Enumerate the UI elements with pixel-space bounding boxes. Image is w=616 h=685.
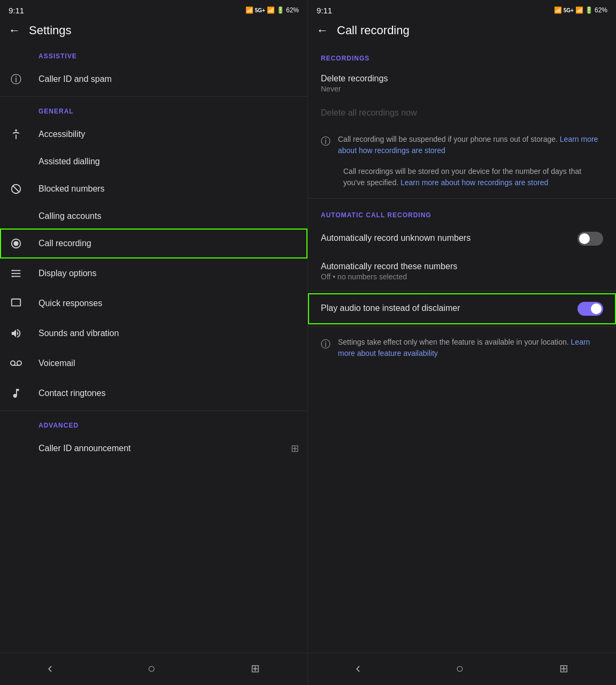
setting-auto-record-unknown[interactable]: Automatically record unknown numbers [308, 223, 616, 254]
voicemail-label: Voicemail [38, 359, 75, 368]
time-left: 9:11 [9, 6, 24, 15]
sounds-icon [9, 326, 24, 341]
sidebar-item-contact-ringtones[interactable]: Contact ringtones [0, 378, 307, 408]
sidebar-item-display-options[interactable]: Display options [0, 258, 307, 288]
display-options-icon [9, 266, 24, 281]
caller-id-icon: ⓘ [9, 72, 24, 87]
info-icon-storage: ⓘ [321, 135, 330, 148]
display-options-label: Display options [38, 269, 97, 278]
auto-record-numbers-title: Automatically record these numbers [321, 262, 603, 271]
blocked-numbers-label: Blocked numbers [38, 184, 105, 194]
caller-id-announcement-label: Caller ID announcement [38, 444, 131, 453]
back-button-left[interactable]: ← [9, 24, 20, 37]
info-storage-text-2: Call recordings will be stored on your d… [343, 166, 603, 188]
battery-pct-left: 62% [286, 6, 299, 14]
accessibility-label: Accessibility [38, 130, 85, 139]
sidebar-item-voicemail[interactable]: Voicemail [0, 348, 307, 378]
sidebar-item-calling-accounts[interactable]: Calling accounts [0, 204, 307, 229]
setting-auto-record-numbers[interactable]: Automatically record these numbers Off •… [308, 254, 616, 288]
divider-right-2 [308, 291, 616, 291]
nav-back-left[interactable]: ‹ [48, 660, 52, 676]
nav-home-left[interactable]: ○ [148, 661, 156, 676]
status-bar-left: 9:11 📶 5G+ 📶 🔋 62% [0, 0, 307, 19]
recent-apps-icon-left: ⊞ [291, 443, 299, 454]
info-storage-block: ⓘ Call recording will be suspended if yo… [308, 126, 616, 164]
calling-accounts-label: Calling accounts [38, 211, 101, 221]
info-storage-text-1: Call recording will be suspended if your… [338, 135, 558, 143]
toggle-thumb-audio [591, 303, 602, 314]
sidebar-item-sounds-vibration[interactable]: Sounds and vibration [0, 318, 307, 348]
sidebar-item-call-recording[interactable]: Call recording [0, 229, 307, 258]
play-audio-tone-title: Play audio tone instead of disclaimer [321, 303, 460, 313]
contact-ringtones-icon [9, 386, 24, 401]
sidebar-item-accessibility[interactable]: Accessibility [0, 119, 307, 149]
left-panel: 9:11 📶 5G+ 📶 🔋 62% ← Settings ASSISTIVE … [0, 0, 308, 685]
delete-all-now-title: Delete all recordings now [321, 108, 603, 118]
play-audio-tone-toggle[interactable] [578, 302, 603, 316]
sidebar-item-blocked-numbers[interactable]: Blocked numbers [0, 174, 307, 204]
battery-icon-r: 🔋 [585, 6, 593, 14]
nav-back-right[interactable]: ‹ [356, 660, 360, 676]
delete-recordings-title: Delete recordings [321, 74, 603, 83]
right-panel: 9:11 📶 5G+ 📶 🔋 62% ← Call recording RECO… [308, 0, 616, 685]
page-title-left: Settings [29, 24, 72, 37]
toggle-thumb-unknown [579, 233, 590, 244]
divider-right-3 [308, 326, 616, 327]
right-header: ← Call recording [308, 19, 616, 44]
sidebar-item-assisted-dialling[interactable]: Assisted dialling [0, 149, 307, 174]
contact-ringtones-label: Contact ringtones [38, 389, 105, 398]
setting-delete-recordings[interactable]: Delete recordings Never [308, 66, 616, 101]
setting-delete-all-now[interactable]: Delete all recordings now [308, 101, 616, 126]
setting-play-audio-tone[interactable]: Play audio tone instead of disclaimer [308, 293, 616, 324]
battery-pct-right: 62% [595, 6, 607, 14]
auto-record-unknown-title: Automatically record unknown numbers [321, 233, 471, 243]
svg-rect-11 [12, 299, 21, 306]
sounds-vibration-label: Sounds and vibration [38, 329, 119, 338]
battery-icon: 🔋 [276, 6, 284, 14]
info-location-text-content: Settings take effect only when the featu… [338, 338, 569, 346]
signal-wifi-icon-r: 📶 [554, 6, 562, 14]
sidebar-item-caller-id[interactable]: ⓘ Caller ID and spam [0, 64, 307, 94]
nav-home-right[interactable]: ○ [456, 661, 464, 676]
time-right: 9:11 [317, 6, 332, 15]
sidebar-item-caller-id-announcement[interactable]: Caller ID announcement ⊞ [0, 433, 307, 463]
section-label-general: GENERAL [0, 99, 307, 119]
svg-point-0 [15, 130, 17, 132]
status-icons-left: 📶 5G+ 📶 🔋 62% [245, 6, 299, 14]
info-icon-location: ⓘ [321, 338, 330, 351]
call-recording-icon [9, 236, 24, 251]
sidebar-item-quick-responses[interactable]: Quick responses [0, 288, 307, 318]
info-location-block: ⓘ Settings take effect only when the fea… [308, 329, 616, 367]
info-storage-text: Call recording will be suspended if your… [338, 134, 603, 156]
status-icons-right: 📶 5G+ 📶 🔋 62% [554, 6, 607, 14]
nav-bar-right: ‹ ○ ⊞ [308, 653, 616, 685]
divider-2 [0, 410, 307, 411]
svg-point-3 [13, 241, 18, 246]
caller-id-label: Caller ID and spam [38, 74, 112, 84]
svg-rect-8 [12, 270, 13, 271]
nav-recent-left[interactable]: ⊞ [251, 662, 260, 675]
section-label-advanced: ADVANCED [0, 413, 307, 433]
right-settings-content: RECORDINGS Delete recordings Never Delet… [308, 44, 616, 653]
accessibility-icon [9, 127, 24, 142]
nav-bar-left: ‹ ○ ⊞ [0, 653, 307, 685]
divider-1 [0, 96, 307, 97]
assisted-dialling-label: Assisted dialling [38, 157, 100, 166]
section-label-recordings: RECORDINGS [308, 44, 616, 66]
left-header: ← Settings [0, 19, 307, 44]
signal-wifi-icon: 📶 [245, 6, 253, 14]
svg-rect-10 [12, 276, 13, 277]
section-label-assistive: ASSISTIVE [0, 44, 307, 64]
learn-more-storage-link-2[interactable]: Learn more about how recordings are stor… [401, 178, 548, 187]
info-storage-block-2: Call recordings will be stored on your d… [308, 164, 616, 196]
quick-responses-icon [9, 296, 24, 311]
svg-rect-9 [12, 273, 13, 274]
status-bar-right: 9:11 📶 5G+ 📶 🔋 62% [308, 0, 616, 19]
blocked-icon [9, 181, 24, 196]
back-button-right[interactable]: ← [317, 24, 328, 37]
network-5g-icon: 5G+ [255, 7, 265, 13]
nav-recent-right[interactable]: ⊞ [559, 662, 568, 675]
delete-recordings-subtitle: Never [321, 85, 603, 93]
placeholder-icon [9, 441, 24, 456]
auto-record-unknown-toggle[interactable] [578, 232, 603, 246]
